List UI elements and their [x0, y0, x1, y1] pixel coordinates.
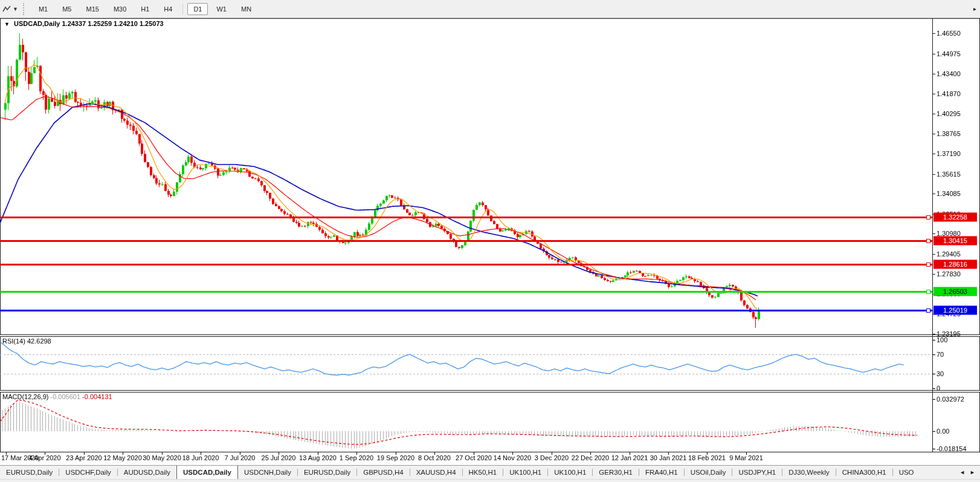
tab-uk100-h1[interactable]: UK100,H1	[548, 466, 592, 479]
tab-audusd-daily[interactable]: AUDUSD,Daily	[118, 466, 176, 479]
timeframe-button-mn[interactable]: MN	[235, 3, 257, 15]
tab-fra40-h1[interactable]: FRA40,H1	[639, 466, 684, 479]
chart-tools-icon[interactable]	[1, 4, 12, 15]
timeframe-button-m5[interactable]: M5	[56, 3, 77, 15]
level-price-label[interactable]: 1.26503	[933, 287, 977, 296]
collapse-chart-icon[interactable]: ▼	[4, 21, 10, 27]
level-price-label[interactable]: 1.25019	[933, 306, 977, 315]
status-bar	[0, 479, 980, 482]
timeframe-button-m15[interactable]: M15	[80, 3, 105, 15]
tab-china300-h1[interactable]: CHINA300,H1	[836, 466, 892, 479]
timeframe-button-w1[interactable]: W1	[210, 3, 233, 15]
level-price-label[interactable]: 1.28616	[933, 260, 977, 269]
tab-usdchf-daily[interactable]: USDCHF,Daily	[59, 466, 117, 479]
toolbar-overflow-icon[interactable]: ▸	[973, 5, 976, 12]
tab-scroll-right-icon[interactable]: ►	[970, 469, 975, 475]
timeframe-button-d1[interactable]: D1	[187, 3, 208, 15]
toolbar-grip[interactable]	[23, 3, 27, 15]
tab-uk100-h1[interactable]: UK100,H1	[503, 466, 547, 479]
timeframe-button-h1[interactable]: H1	[135, 3, 155, 15]
tab-usoil-daily[interactable]: USOil,Daily	[685, 466, 732, 479]
timeframe-button-m1[interactable]: M1	[33, 3, 54, 15]
tab-eurusd-daily[interactable]: EURUSD,Daily	[298, 466, 356, 479]
level-price-label[interactable]: 1.32258	[933, 213, 977, 222]
timeframe-button-h4[interactable]: H4	[158, 3, 178, 15]
tab-usdjpy-h1[interactable]: USDJPY,H1	[732, 466, 782, 479]
tab-scroll-buttons: ◄►	[955, 466, 980, 479]
toolbar-separator	[182, 4, 183, 15]
toolbar: ▼ M1M5M15M30H1H4D1W1MN ▸	[0, 0, 980, 18]
tab-scroll-left-icon[interactable]: ◄	[959, 469, 965, 475]
tab-eurusd-daily[interactable]: EURUSD,Daily	[0, 466, 59, 479]
tab-gbpusd-h4[interactable]: GBPUSD,H4	[357, 466, 409, 479]
price-chart-canvas[interactable]	[0, 0, 980, 482]
timeframe-button-m30[interactable]: M30	[108, 3, 132, 15]
tab-usdcad-daily[interactable]: USDCAD,Daily	[176, 465, 238, 479]
symbol-tabbar: EURUSD,DailyUSDCHF,DailyAUDUSD,DailyUSDC…	[0, 465, 980, 479]
tab-ger30-h1[interactable]: GER30,H1	[593, 466, 639, 479]
level-price-label[interactable]: 1.30415	[933, 236, 977, 246]
tab-hk50-h1[interactable]: HK50,H1	[463, 466, 503, 479]
tab-usdcnh-daily[interactable]: USDCNH,Daily	[238, 466, 297, 479]
tab-uso[interactable]: USO	[893, 466, 914, 479]
tab-dj30-weekly[interactable]: DJ30,Weekly	[782, 466, 836, 479]
dropdown-caret-icon[interactable]: ▼	[13, 6, 18, 12]
timeframe-buttons: M1M5M15M30H1H4D1W1MN	[31, 3, 259, 15]
tab-xauusd-h4[interactable]: XAUUSD,H4	[410, 466, 462, 479]
